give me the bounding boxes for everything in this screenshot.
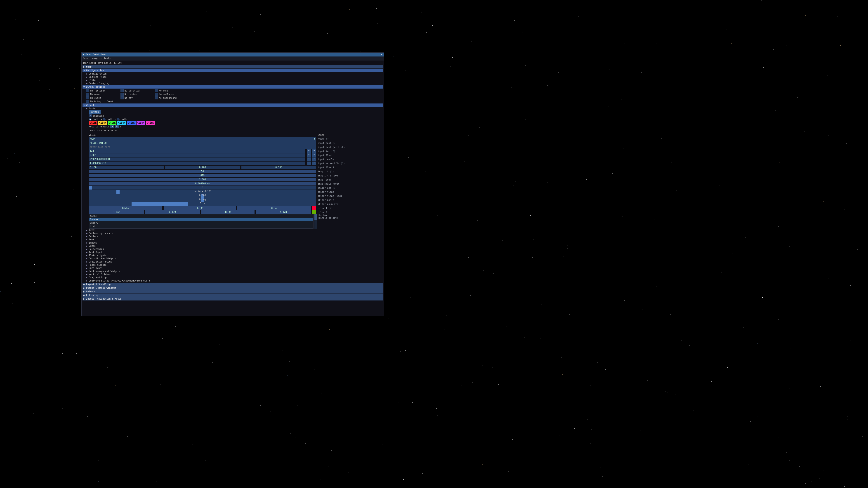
- tree-node[interactable]: ▶Querying Status (Active/Focused/Hovered…: [83, 279, 383, 283]
- help-icon[interactable]: (?): [334, 203, 338, 205]
- section-help[interactable]: ▶ Help: [83, 65, 383, 68]
- step-plus[interactable]: +: [312, 149, 316, 153]
- slider-int[interactable]: 0: [89, 186, 316, 190]
- checkbox[interactable]: [86, 96, 89, 99]
- list-item[interactable]: Apple: [89, 215, 313, 218]
- tree-node[interactable]: ▶Vertical Sliders: [83, 273, 383, 276]
- drag-int-clamped[interactable]: 42%: [89, 174, 316, 177]
- titlebar[interactable]: ▼ Dear ImGui Demo ×: [82, 53, 384, 57]
- checkbox[interactable]: [86, 89, 89, 92]
- checkbox[interactable]: [155, 89, 158, 92]
- radio[interactable]: [89, 118, 92, 121]
- close-icon[interactable]: ×: [380, 53, 383, 56]
- listbox-scrollbar[interactable]: [314, 214, 317, 229]
- tree-node[interactable]: ▶Data Types: [83, 267, 383, 270]
- input-float3-z[interactable]: 0.300: [241, 166, 316, 169]
- click-button[interactable]: Click: [127, 121, 135, 125]
- section-columns[interactable]: ▶Columns: [83, 290, 383, 293]
- section-window-options[interactable]: ▼ Window options: [83, 85, 383, 89]
- input-int[interactable]: 123: [89, 149, 305, 153]
- tree-node[interactable]: ▶Color/Picker Widgets: [83, 257, 383, 260]
- section-configuration[interactable]: ▼ Configuration: [83, 69, 383, 72]
- input-scientific[interactable]: 1.000000e+10: [89, 162, 305, 165]
- radio[interactable]: [103, 118, 105, 121]
- help-icon[interactable]: (?): [331, 150, 335, 153]
- tree-node[interactable]: ▶Capture/Logging: [83, 82, 383, 85]
- slider-float-log[interactable]: 0.000: [89, 194, 316, 198]
- tree-node[interactable]: ▶Style: [83, 78, 383, 82]
- help-icon[interactable]: (?): [326, 138, 330, 140]
- help-icon[interactable]: (?): [330, 170, 334, 173]
- input-double[interactable]: 999999.00000001: [89, 158, 305, 161]
- tree-node[interactable]: ▶Bullets: [83, 235, 383, 238]
- step-plus[interactable]: +: [312, 158, 316, 161]
- click-button[interactable]: Click: [136, 121, 145, 125]
- help-icon[interactable]: (?): [341, 162, 345, 165]
- checkbox[interactable]: [155, 96, 158, 99]
- click-button[interactable]: Click: [108, 121, 116, 125]
- tree-node[interactable]: ▶Configuration: [83, 72, 383, 75]
- step-minus[interactable]: −: [307, 149, 311, 153]
- checkbox[interactable]: [86, 93, 89, 96]
- tree-node[interactable]: ▶Collapsing Headers: [83, 232, 383, 235]
- collapse-icon[interactable]: ▼: [83, 53, 85, 56]
- combo[interactable]: AAAA ▼: [89, 137, 316, 141]
- help-icon[interactable]: (?): [333, 187, 337, 189]
- arrow-right-button[interactable]: ▶: [115, 125, 119, 128]
- tree-node[interactable]: ▶Drag/Slider Flags: [83, 260, 383, 263]
- button[interactable]: Button: [89, 110, 101, 114]
- step-minus[interactable]: −: [307, 162, 311, 165]
- list-item[interactable]: Banana: [89, 218, 313, 221]
- scrollbar-thumb[interactable]: [314, 214, 317, 220]
- checkbox[interactable]: [86, 100, 89, 103]
- checkbox[interactable]: [121, 89, 124, 92]
- tree-node[interactable]: ▶Text: [83, 238, 383, 241]
- section-widgets[interactable]: ▼ Widgets: [83, 103, 383, 107]
- tree-node[interactable]: ▶Text Input: [83, 251, 383, 254]
- tree-node[interactable]: ▶Drag and Drop: [83, 276, 383, 279]
- checkbox[interactable]: [155, 93, 158, 96]
- help-icon[interactable]: (?): [333, 142, 337, 144]
- click-button[interactable]: Click: [117, 121, 126, 125]
- color2-r[interactable]: R:102: [89, 210, 144, 214]
- slider-grab[interactable]: [131, 202, 188, 206]
- input-text-hint[interactable]: enter text here: [89, 145, 316, 149]
- input-float3-y[interactable]: 0.200: [165, 166, 240, 169]
- list-item[interactable]: Cherry: [89, 221, 313, 225]
- slider-float[interactable]: ratio = 0.123: [89, 190, 316, 194]
- step-minus[interactable]: −: [307, 153, 311, 157]
- tree-node[interactable]: ▶Selectables: [83, 248, 383, 251]
- section-inputs[interactable]: ▶Inputs, Navigation & Focus: [83, 297, 383, 300]
- click-button[interactable]: Click: [89, 121, 97, 125]
- radio[interactable]: [117, 118, 120, 121]
- tree-node[interactable]: ▶Images: [83, 241, 383, 245]
- click-button[interactable]: Click: [146, 121, 155, 125]
- color1-swatch[interactable]: [312, 206, 316, 210]
- input-float[interactable]: 0.001: [89, 153, 305, 157]
- drag-int[interactable]: 50: [89, 170, 316, 173]
- checkbox[interactable]: [121, 96, 124, 99]
- arrow-left-button[interactable]: ◀: [110, 125, 114, 128]
- menu-item[interactable]: Examples: [91, 57, 101, 60]
- color1-b[interactable]: B: 51: [237, 206, 311, 210]
- color2-swatch[interactable]: [312, 210, 316, 214]
- click-button[interactable]: Click: [98, 121, 107, 125]
- input-float3-x[interactable]: 0.100: [89, 166, 164, 169]
- listbox-list[interactable]: AppleBananaCherryKiwi: [89, 214, 313, 229]
- tree-node[interactable]: ▶Range Widgets: [83, 263, 383, 267]
- color1-r[interactable]: R:255: [89, 206, 162, 210]
- checkbox[interactable]: [89, 114, 92, 117]
- help-icon[interactable]: (?): [329, 207, 333, 209]
- tree-node[interactable]: ▶Backend Flags: [83, 75, 383, 78]
- menu-item[interactable]: Menu: [83, 57, 88, 60]
- tree-node[interactable]: ▶Multi-component Widgets: [83, 270, 383, 273]
- section-popups[interactable]: ▶Popups & Modal windows: [83, 286, 383, 290]
- tree-node-basic[interactable]: ▼ Basic: [83, 107, 383, 110]
- tree-node[interactable]: ▶Combo: [83, 245, 383, 248]
- slider-enum[interactable]: Fire: [89, 202, 316, 206]
- color2-b[interactable]: B: 0: [201, 210, 254, 214]
- color2-a[interactable]: A:128: [256, 210, 311, 214]
- slider-grab[interactable]: [89, 186, 92, 190]
- menu-item[interactable]: Tools: [104, 57, 111, 60]
- drag-float[interactable]: 1.000: [89, 178, 316, 182]
